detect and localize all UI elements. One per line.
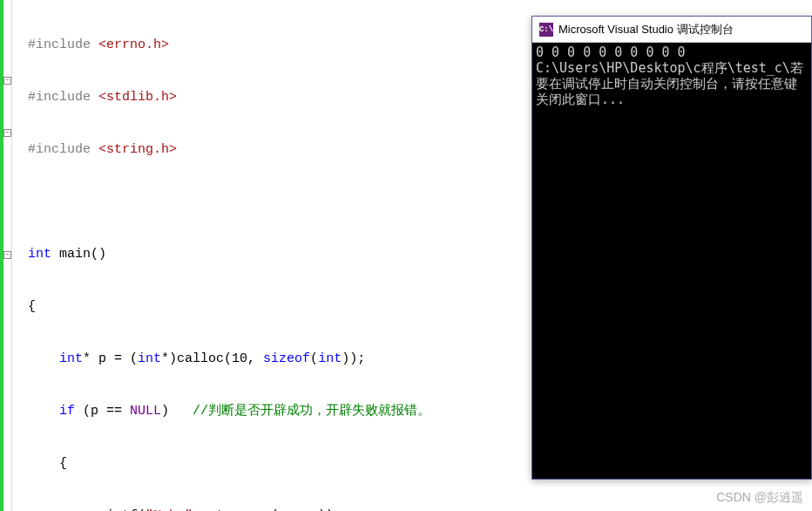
console-output[interactable]: 0 0 0 0 0 0 0 0 0 0 C:\Users\HP\Desktop\…: [532, 43, 811, 479]
fold-icon-for[interactable]: −: [3, 251, 11, 259]
code-comment: //判断是否开辟成功，开辟失败就报错。: [193, 403, 430, 420]
console-title: Microsoft Visual Studio 调试控制台: [558, 22, 734, 37]
code-area[interactable]: #include <errno.h> #include <stdlib.h> #…: [12, 0, 531, 511]
code-token: {: [28, 455, 67, 473]
vs-icon: C:\: [539, 23, 553, 37]
code-token: main(): [51, 246, 106, 263]
code-token: {: [28, 298, 36, 316]
code-token: "%s\n": [145, 508, 193, 511]
fold-icon-if[interactable]: −: [3, 129, 11, 137]
code-editor[interactable]: − − − #include <errno.h> #include <stdli…: [0, 0, 531, 511]
console-titlebar[interactable]: C:\ Microsoft Visual Studio 调试控制台: [532, 17, 811, 43]
code-token: <stdlib.h>: [98, 89, 177, 106]
debug-console-window[interactable]: C:\ Microsoft Visual Studio 调试控制台 0 0 0 …: [531, 16, 812, 480]
console-line: 0 0 0 0 0 0 0 0 0 0: [536, 44, 686, 60]
code-token: <string.h>: [98, 141, 177, 159]
code-token: if: [59, 403, 75, 420]
code-token: #include: [28, 141, 91, 159]
code-token: #include: [28, 89, 91, 106]
code-token: int: [28, 246, 51, 263]
fold-gutter: − − −: [0, 0, 12, 511]
fold-icon-main[interactable]: −: [3, 77, 11, 85]
code-token: int: [59, 351, 83, 368]
console-line: C:\Users\HP\Desktop\c程序\test_c\: [536, 60, 790, 76]
watermark: CSDN @彭逍遥: [716, 490, 803, 506]
code-token: <errno.h>: [98, 37, 169, 54]
code-token: #include: [28, 37, 91, 54]
